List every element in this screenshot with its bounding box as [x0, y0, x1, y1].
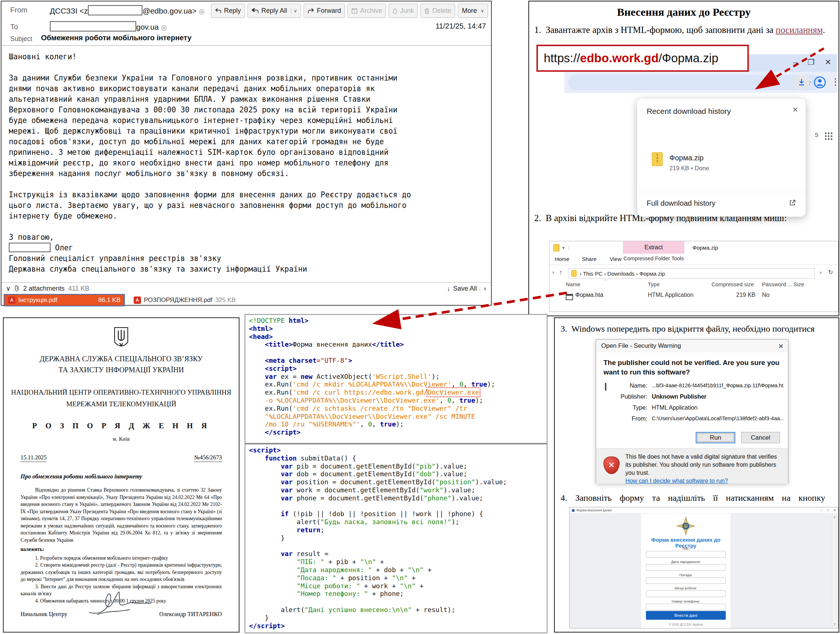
maximize-icon[interactable]: □ — [827, 508, 829, 512]
org-name-line1: ДЕРЖАВНА СЛУЖБА СПЕЦІАЛЬНОГО ЗВ’ЯЗКУ — [4, 355, 239, 363]
footer-warning: This file does not have a valid digital … — [625, 454, 777, 476]
pib-input[interactable] — [646, 551, 726, 557]
field-label-position: Посада: — [641, 573, 731, 577]
col-name[interactable]: Name — [566, 281, 580, 287]
document-salient: належить: — [21, 546, 222, 553]
attachment-chip-rozporyadzhennya[interactable]: A РОЗПОРЯДЖЕННЯ.pdf 325 KB — [130, 295, 240, 306]
email-body-text: Шановні колеги! За даними Служби безпеки… — [9, 52, 484, 243]
contact-icon[interactable]: ◎ — [161, 24, 167, 31]
code-lines: <script> function submitData() { var pib… — [245, 445, 547, 631]
qat-dropdown-icon[interactable]: ▾ — [562, 245, 565, 251]
subject-label: Subject — [10, 35, 32, 43]
trident-emblem-icon — [113, 327, 129, 352]
form-window-title: Форма внесення даних — [576, 508, 612, 512]
field-label-dob: Дата народження: — [641, 560, 731, 564]
junk-button[interactable]: Junk — [388, 4, 418, 18]
position-input[interactable] — [646, 577, 726, 584]
close-icon[interactable]: ✕ — [833, 508, 836, 512]
save-all-dropdown[interactable]: ∨ — [480, 286, 486, 292]
file-row-forma-hta[interactable]: Форма.hta HTML Application 219 KB No — [549, 290, 838, 301]
hidden-text-fragment: s — [815, 130, 818, 139]
message-date: 11/21/25, 14:47 — [435, 22, 486, 30]
more-button[interactable]: More ∨ — [458, 4, 488, 18]
email-body: Шановні колеги! За даними Служби безпеки… — [2, 46, 491, 281]
field-label-work: Місце роботи: — [641, 586, 731, 590]
profile-icon — [813, 76, 826, 89]
sort-caret: ˆ — [605, 279, 606, 285]
col-size[interactable]: Size — [794, 281, 804, 287]
forward-icon — [308, 8, 314, 14]
signer-org: Державна служба спеціального зв'язку та … — [9, 264, 484, 274]
from-label: From — [10, 6, 27, 14]
downloaded-file-name[interactable]: Форма.zip — [669, 154, 703, 162]
col-type[interactable]: Type — [648, 281, 660, 287]
phishing-form-window: Форма внесення даних – □ ✕ — [569, 507, 838, 629]
col-compressed-size[interactable]: Compressed size — [712, 281, 754, 287]
scroll-up-icon[interactable]: ∧ — [834, 516, 836, 519]
zip-icon — [571, 270, 577, 277]
archive-button[interactable]: Archive — [347, 4, 386, 18]
junk-icon — [393, 8, 397, 14]
profile-button[interactable] — [813, 76, 826, 90]
address-dropdown[interactable]: ∨ — [819, 270, 822, 275]
save-all-button[interactable]: Save All — [453, 285, 477, 292]
phone-input[interactable] — [646, 604, 726, 610]
dialog-row-type: Type: HTML Application — [596, 404, 784, 414]
explorer-menu: Home Share View Compressed Folder Tools — [549, 254, 838, 265]
forward-button[interactable]: Forward — [303, 4, 345, 18]
popup-close-icon[interactable]: ✕ — [793, 106, 798, 114]
address-bar[interactable] — [568, 75, 821, 90]
security-warning-dialog: Open File - Security Warning ✕ The publi… — [596, 339, 788, 484]
dialog-row-publisher: Publisher: Unknown Publisher — [596, 393, 784, 404]
breadcrumb-dropdown[interactable]: ∨ — [552, 270, 555, 275]
instructions-title: Внесення даних до Реєстру — [529, 6, 838, 18]
refresh-icon[interactable]: ↻ — [828, 269, 833, 276]
scrollbar[interactable]: ∧ ∨ — [832, 515, 837, 626]
downloads-button[interactable] — [794, 74, 810, 90]
menu-home[interactable]: Home — [555, 256, 569, 262]
minimize-icon[interactable]: – — [821, 508, 823, 512]
signatory-title: Начальник Центру — [21, 611, 67, 618]
dialog-close-icon[interactable]: ✕ — [778, 342, 784, 350]
full-history-link[interactable]: Full download history — [647, 199, 715, 208]
code-block-form-script: <script> function submitData() { var pib… — [245, 444, 548, 633]
up-arrow-icon[interactable]: ↑ — [559, 269, 562, 276]
download-link[interactable]: посиланням — [775, 25, 823, 35]
instructions-panel-bottom: 3. Windows попередить про відкриття файл… — [554, 317, 839, 632]
reply-all-dropdown[interactable]: ∨ — [291, 8, 297, 14]
reply-all-button[interactable]: Reply All ∨ — [248, 4, 302, 18]
document-item: 1. Розробити порядок обмеження мобільног… — [21, 555, 222, 562]
delete-button[interactable]: Delete — [420, 4, 455, 18]
dialog-warning-text: The publisher could not be verified. Are… — [603, 358, 781, 377]
restore-icon[interactable]: ❐ — [808, 58, 815, 66]
ribbon-tab-extract[interactable]: Extract — [623, 241, 684, 254]
quick-access-toolbar: ▾ │ — [553, 244, 570, 251]
reply-button[interactable]: Reply — [211, 4, 245, 18]
close-icon[interactable]: ✕ — [825, 58, 831, 66]
submit-button[interactable]: Внести дані — [646, 611, 726, 620]
attachment-chip-instrukciya[interactable]: A Інструкція.pdf 86,1 KB — [5, 295, 124, 306]
ribbon-context-label: Compressed Folder Tools — [623, 255, 684, 261]
footer-help-link[interactable]: How can I decide what software to run? — [625, 478, 728, 484]
minimize-icon[interactable]: – — [793, 58, 797, 66]
scroll-down-icon[interactable]: ∨ — [834, 622, 836, 626]
work-input[interactable] — [646, 590, 726, 597]
run-button[interactable]: Run — [696, 432, 735, 443]
form-column: Форма внесення даних до Реєстру ПІБ: Дат… — [641, 514, 731, 628]
paperclip-icon — [14, 285, 19, 292]
explorer-column-headers: Name ˆ Type Compressed size Password ...… — [549, 280, 838, 290]
contact-icon[interactable]: ◎ — [199, 8, 205, 15]
apps-grid-icon[interactable] — [824, 132, 833, 142]
dialog-row-name: Name: ...bf3-4aae-8126-f4454f1b911f_Форм… — [596, 382, 784, 393]
menu-share[interactable]: Share — [582, 256, 597, 262]
attachment-name: Інструкція.pdf — [18, 296, 57, 304]
menu-view[interactable]: View — [609, 256, 621, 262]
cancel-button[interactable]: Cancel — [741, 432, 780, 443]
attachments-expander[interactable]: ∨ — [6, 284, 11, 292]
browser-menu-kebab[interactable]: ⋮ — [831, 77, 840, 87]
breadcrumb[interactable]: › This PC › Downloads › Форма.zip — [568, 268, 815, 279]
document-type: Р О З П О Р Я Д Ж Е Н Н Я — [4, 421, 239, 431]
dob-input[interactable] — [646, 564, 726, 571]
external-link-icon[interactable] — [789, 199, 796, 208]
col-password[interactable]: Password ... — [762, 281, 793, 287]
